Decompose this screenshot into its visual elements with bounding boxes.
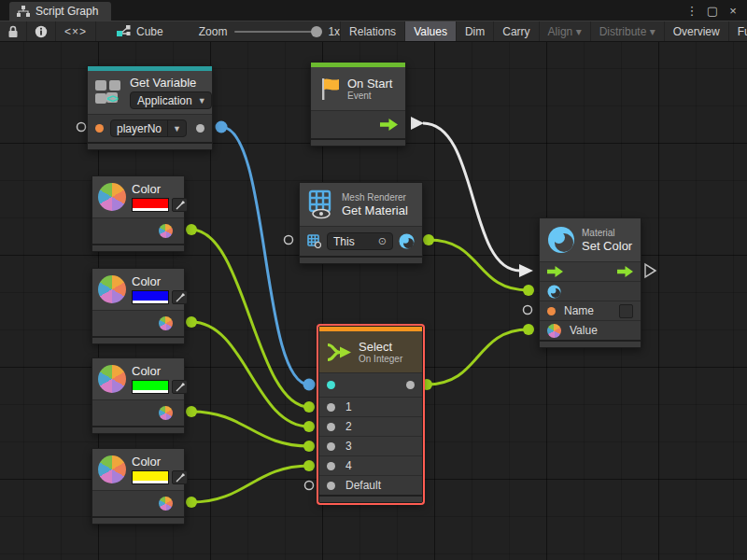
node-header[interactable]: Select On Integer [319, 331, 422, 372]
wire-endpoint [186, 316, 197, 328]
wire-select-value[interactable] [427, 329, 529, 385]
wire-getmaterial-setcolor[interactable] [429, 240, 529, 290]
branch-input-port[interactable] [327, 442, 335, 451]
node-footer [92, 516, 184, 524]
wire-endpoint [523, 285, 534, 296]
wire-endpoint [186, 224, 197, 235]
wire-endpoint [186, 497, 197, 508]
node-footer [92, 336, 184, 343]
select-icon [327, 342, 352, 363]
name-input-port[interactable] [547, 307, 556, 315]
port-row [319, 372, 422, 397]
scope-value: Application [137, 94, 192, 107]
node-header[interactable]: Mesh Renderer Get Material [300, 183, 422, 226]
port-row: 2 [319, 416, 422, 436]
node-color-red[interactable]: Color [92, 175, 185, 252]
node-header[interactable]: Color [92, 176, 184, 217]
eyedropper-icon [176, 201, 185, 210]
node-header[interactable]: Color [92, 269, 184, 310]
node-title: Set Color [582, 239, 632, 253]
selector-input-port[interactable] [327, 381, 335, 389]
color-wheel-icon [98, 455, 126, 483]
flow-output-port[interactable] [380, 119, 398, 131]
node-footer [540, 340, 641, 347]
wire-red-select1[interactable] [191, 230, 309, 407]
port-label: Name [564, 304, 594, 317]
node-header[interactable]: <> Get Variable Application ▼ [88, 71, 212, 114]
node-header[interactable]: On Start Event [311, 67, 405, 110]
port-label: Value [570, 324, 598, 337]
name-input-field[interactable] [619, 304, 633, 318]
variable-name-value: playerNo [111, 122, 167, 135]
object-picker-icon[interactable]: ⊙ [378, 235, 387, 247]
color-output-port[interactable] [159, 497, 173, 511]
color-swatch[interactable] [132, 290, 169, 304]
color-wheel-icon [98, 275, 126, 303]
color-swatch[interactable] [132, 380, 169, 394]
wire-yellow-select4[interactable] [191, 466, 309, 502]
target-input-port[interactable] [307, 234, 321, 248]
port-row [540, 281, 641, 301]
target-value: This [333, 235, 355, 248]
node-get-variable[interactable]: <> Get Variable Application ▼ playerNo ▼ [87, 65, 213, 150]
value-input-port[interactable] [547, 324, 561, 338]
color-output-port[interactable] [159, 316, 173, 330]
name-input-port[interactable] [95, 124, 104, 133]
node-get-material[interactable]: Mesh Renderer Get Material This ⊙ [299, 182, 423, 264]
node-subtitle: Event [347, 91, 392, 102]
wire-blue-select2[interactable] [191, 322, 309, 427]
node-footer [319, 495, 422, 502]
unconnected-flow-indicator [645, 264, 655, 277]
script-graph-window: Script Graph ⋮ ▢ × <×> [0, 0, 747, 560]
port-row: 3 [319, 436, 422, 455]
node-footer [92, 244, 184, 251]
color-swatch[interactable] [132, 470, 169, 484]
wire-endpoint [186, 406, 197, 417]
branch-input-port[interactable] [327, 462, 335, 470]
port-row [540, 261, 641, 281]
wire-green-select3[interactable] [191, 412, 309, 446]
flow-wire[interactable] [423, 123, 520, 271]
eyedropper-button[interactable] [172, 470, 188, 484]
color-output-port[interactable] [159, 224, 173, 238]
variable-scope-dropdown[interactable]: Application ▼ [130, 91, 212, 109]
node-color-green[interactable]: Color [92, 357, 185, 434]
node-title: Color [132, 364, 188, 378]
node-title: Color [132, 274, 188, 288]
node-select-on-integer[interactable]: Select On Integer 1 2 3 4 Default [318, 326, 423, 503]
material-input-port[interactable] [547, 285, 561, 299]
flow-output-port[interactable] [617, 266, 633, 277]
selection-output-port[interactable] [406, 381, 415, 389]
color-output-port[interactable] [159, 406, 173, 420]
node-header[interactable]: Color [92, 449, 184, 490]
port-row: playerNo ▼ [88, 114, 212, 142]
node-header[interactable]: Material Set Color [540, 218, 641, 261]
eyedropper-button[interactable] [172, 380, 188, 394]
flow-input-port[interactable] [547, 266, 563, 277]
wire-playerno-select[interactable] [221, 127, 309, 385]
node-color-yellow[interactable]: Color [92, 448, 185, 525]
eyedropper-button[interactable] [172, 290, 188, 304]
material-output-port[interactable] [399, 233, 415, 249]
node-on-start[interactable]: On Start Event [310, 62, 406, 147]
branch-label: Default [345, 479, 381, 492]
node-header[interactable]: Color [92, 358, 184, 399]
wire-endpoint [303, 379, 316, 391]
variable-name-dropdown[interactable]: playerNo ▼ [110, 119, 187, 137]
node-title: Get Material [342, 203, 408, 217]
branch-input-port[interactable] [327, 423, 335, 431]
color-swatch[interactable] [132, 198, 169, 212]
branch-label: 3 [345, 440, 352, 453]
wire-endpoint [303, 421, 315, 432]
chevron-down-icon[interactable]: ▼ [167, 120, 186, 136]
branch-input-port[interactable] [327, 482, 335, 490]
value-output-port[interactable] [196, 124, 204, 133]
port-row [311, 110, 405, 138]
eyedropper-button[interactable] [172, 198, 188, 212]
node-color-blue[interactable]: Color [92, 268, 185, 344]
target-object-field[interactable]: This ⊙ [327, 232, 393, 250]
node-set-color[interactable]: Material Set Color Name V [539, 217, 641, 348]
wire-endpoint [303, 441, 315, 452]
branch-input-port[interactable] [327, 403, 335, 412]
node-component: Material [582, 228, 632, 239]
